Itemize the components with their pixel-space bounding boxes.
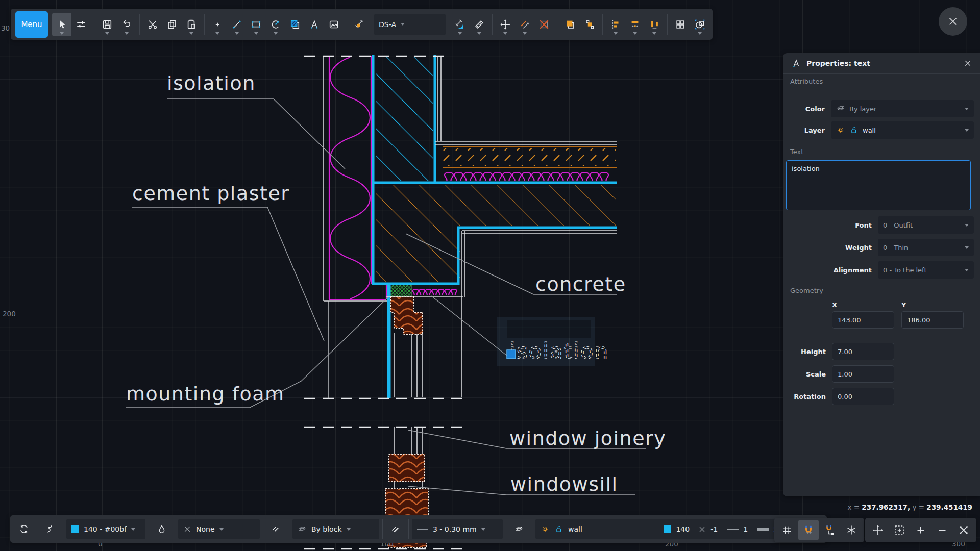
dimension-shape-button[interactable] [450,13,470,36]
point-tool-button[interactable] [208,13,227,36]
weight-select[interactable]: 0 - Thin [878,239,974,256]
text-tool-button[interactable] [305,13,324,36]
block-library-button[interactable] [671,13,690,36]
toolbar-divider [506,519,506,539]
delete-button[interactable] [534,13,554,36]
selected-text[interactable]: isolation [509,339,609,364]
chevron-down-icon [523,32,527,35]
align-left-button[interactable] [606,13,625,36]
layers-icon [514,524,524,534]
text-grip-handle[interactable] [507,350,516,359]
create-block-icon [694,18,706,31]
close-button[interactable] [939,7,967,36]
dimension-style-select[interactable]: DS-A [374,14,446,35]
chevron-down-icon [60,32,64,35]
zoom-out-button[interactable] [932,520,952,540]
label-mounting-foam: mounting foam [126,383,285,405]
copy-button[interactable] [162,13,182,36]
height-input[interactable] [832,343,894,360]
color-select[interactable]: By layer [831,100,974,117]
weight-label: Weight [783,244,872,252]
layer-color-number: 140 [676,525,690,533]
undo-button[interactable] [117,13,136,36]
selection-settings-button[interactable] [71,13,91,36]
y-input[interactable] [901,311,964,329]
zoom-in-button[interactable] [911,520,931,540]
pan-button[interactable] [868,520,888,540]
alignment-label: Alignment [783,266,872,274]
text-content-input[interactable]: isolation [786,160,971,210]
toolbar-divider [139,14,140,35]
attributes-section-label: Attributes [790,78,823,85]
bring-to-front-button[interactable] [560,13,580,36]
x-input[interactable] [832,311,894,329]
layer-style-button[interactable] [509,518,529,540]
snap-endpoint-button[interactable] [820,520,840,540]
font-value: 0 - Outfit [883,221,961,229]
dimension-aligned-button[interactable] [350,13,370,36]
paste-button[interactable] [182,13,201,36]
arc-tool-button[interactable] [266,13,285,36]
cut-button[interactable] [143,13,162,36]
create-block-button[interactable] [690,13,709,36]
rectangle-tool-button[interactable] [247,13,266,36]
coord-x-label: x = [847,503,860,511]
select-tool-button[interactable] [52,13,71,36]
trim-button[interactable] [515,13,534,36]
zoom-out-icon [936,524,948,536]
layer-visibility-icon[interactable] [541,524,550,534]
layer-lock-icon[interactable] [849,126,859,135]
grid-toggle-button[interactable] [777,520,797,540]
refresh-button[interactable] [14,518,34,540]
toolbar-divider [408,519,409,539]
save-button[interactable] [97,13,117,36]
lineweight-select[interactable]: 3 - 0.30 mm [412,519,503,539]
layer-select[interactable]: wall [831,121,974,139]
insulation-waves [329,56,608,299]
layer-label: Layer [783,127,825,134]
snap-toolbar [774,518,864,542]
arrange-order-button[interactable] [580,13,599,36]
layer-lock-icon[interactable] [554,524,564,534]
measure-button[interactable] [470,13,489,36]
selected-text-entity[interactable]: isolation [497,317,609,366]
lineweight-style-button[interactable] [386,518,405,540]
delete-icon [538,19,550,30]
hatch-tool-button[interactable] [285,13,305,36]
layer-value: wall [863,127,961,134]
menu-button[interactable]: Menu [15,11,48,38]
alignment-select[interactable]: 0 - To the left [878,261,974,279]
image-icon [328,19,339,30]
view-toolbar [865,518,976,542]
layer-thick-line-swatch [757,528,769,531]
entity-color-select[interactable]: 140 - #00bf [66,519,145,539]
color-mode-select[interactable]: By block [292,519,379,539]
snap-grid-button[interactable] [798,520,819,540]
linetype-select[interactable]: None [178,519,260,539]
coord-y-label: y = [912,503,924,511]
line-tool-button[interactable] [227,13,247,36]
layer-visibility-icon[interactable] [836,126,845,135]
active-layer-select[interactable]: wall 140 -1 1 5 [535,519,797,539]
snap-asterisk-icon [845,524,857,536]
align-left-icon [610,19,621,30]
hatch-lines-icon [271,524,281,534]
zoom-fit-button[interactable] [953,520,974,540]
panel-close-icon[interactable] [964,59,972,67]
zoom-window-button[interactable] [889,520,910,540]
image-tool-button[interactable] [324,13,344,36]
color-swatch [71,525,79,533]
scale-input[interactable] [832,365,894,383]
snap-endpoint-icon [824,524,836,536]
fill-button[interactable] [152,518,172,540]
rotation-input[interactable] [832,388,894,405]
draft-pen-button[interactable] [40,518,60,540]
move-button[interactable] [496,13,515,36]
zoom-fit-icon [958,524,970,536]
paste-icon [186,19,197,30]
font-select[interactable]: 0 - Outfit [878,216,974,234]
hatch-style-button[interactable] [266,518,286,540]
snap-free-button[interactable] [841,520,862,540]
distribute-horizontal-button[interactable] [625,13,645,36]
distribute-vertical-button[interactable] [645,13,664,36]
